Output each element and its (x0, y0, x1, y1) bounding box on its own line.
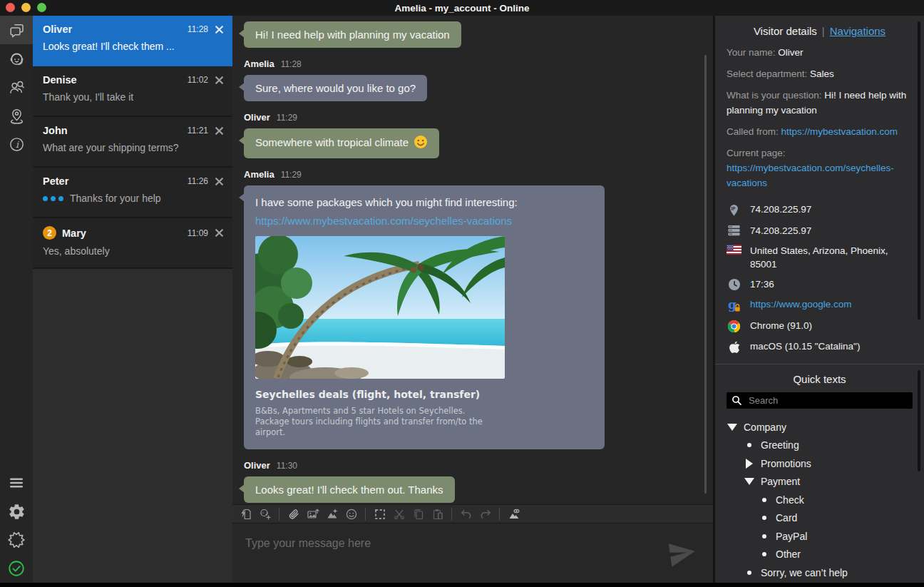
chat-list: Oliver 11:28 Looks great! I'll check the… (33, 16, 232, 583)
tree-item-check[interactable]: Check (727, 491, 913, 509)
field-label: Current page: (727, 148, 786, 158)
message-input[interactable] (244, 536, 657, 577)
message-bubble: Looks great! I'll check them out. Thanks (244, 476, 455, 503)
quick-texts-scrollbar[interactable] (918, 370, 920, 471)
details-tabs: Visitor details|Navigations (727, 25, 913, 37)
chat-list-item-oliver[interactable]: Oliver 11:28 Looks great! I'll check the… (33, 16, 232, 66)
close-chat-icon[interactable] (215, 126, 224, 136)
triangle-down-icon (744, 478, 754, 485)
minimize-window-button[interactable] (21, 3, 31, 12)
rail-agent-icon[interactable] (0, 44, 33, 73)
navigation-rail: i (0, 16, 33, 583)
field-value-link[interactable]: https://mybestvacation.com (781, 126, 898, 137)
quick-texts-search[interactable] (727, 392, 913, 409)
seychelles-beach-photo[interactable] (255, 236, 505, 379)
field-called-from: Called from: https://mybestvacation.com (727, 124, 913, 139)
visitor-details-panel: Visitor details|Navigations Your name: O… (715, 16, 924, 583)
meta-value: Chrome (91.0) (750, 319, 812, 332)
field-your-name: Your name: Oliver (727, 45, 913, 60)
cut-icon[interactable] (389, 506, 409, 523)
tree-item-paypal[interactable]: PayPal (727, 527, 913, 546)
chat-list-item-peter[interactable]: Peter 11:26 Thanks for your help (33, 168, 232, 218)
chat-time: 11:09 (188, 228, 208, 238)
close-chat-icon[interactable] (215, 228, 224, 238)
attachment-icon[interactable] (284, 506, 303, 523)
quick-texts-tree: Company Greeting Promotions Payment Chec… (727, 418, 913, 587)
close-chat-icon[interactable] (215, 25, 224, 34)
toolbar-separator (499, 508, 500, 521)
rail-location-icon[interactable] (0, 101, 33, 130)
rail-info-icon[interactable]: i (0, 130, 33, 158)
search-input[interactable] (747, 394, 908, 407)
rail-online-status-icon[interactable] (0, 554, 33, 583)
invite-agent-icon[interactable] (255, 506, 274, 523)
meta-value-link[interactable]: https://www.google.com (750, 297, 852, 311)
field-label: Select department: (727, 68, 807, 79)
vacation-link[interactable]: https://www.mybestvacation.com/seychelle… (255, 214, 593, 228)
tree-item-greeting[interactable]: Greeting (727, 437, 913, 455)
rail-visitors-icon[interactable] (0, 73, 33, 101)
close-chat-icon[interactable] (215, 76, 224, 85)
paste-icon[interactable] (428, 506, 447, 523)
chat-name: Denise (43, 74, 77, 86)
chat-list-item-denise[interactable]: Denise 11:02 Thank you, I'll take it (33, 66, 232, 117)
chat-list-item-john[interactable]: John 11:21 What are your shipping terms? (33, 117, 232, 168)
meta-value: 17:36 (750, 277, 774, 291)
message-text: Hi! I need help with planning my vacatio… (255, 29, 450, 41)
svg-text:IP: IP (731, 206, 736, 211)
bullet-icon (759, 516, 769, 520)
rail-alerts-icon[interactable] (0, 526, 33, 554)
chat-time: 11:02 (188, 75, 208, 85)
link-card-title: Seychelles deals (flight, hotel, transfe… (255, 388, 593, 402)
tree-item-payment[interactable]: Payment (727, 473, 913, 491)
screenshot-icon[interactable] (322, 506, 342, 523)
zoom-window-button[interactable] (37, 3, 46, 12)
rail-menu-icon[interactable] (0, 469, 33, 497)
message-meta: Amelia 11:28 (244, 58, 713, 69)
rail-settings-icon[interactable] (0, 497, 33, 526)
titlebar: Amelia - my_account - Online (0, 0, 924, 16)
select-icon[interactable] (370, 506, 389, 523)
tab-navigations[interactable]: Navigations (830, 25, 885, 37)
tree-item-company[interactable]: Company (727, 418, 913, 437)
field-label: Your name: (727, 47, 776, 58)
details-scrollbar[interactable] (918, 21, 920, 320)
close-window-button[interactable] (6, 3, 15, 12)
toolbar-separator (279, 508, 279, 521)
quick-text-icon[interactable] (236, 506, 255, 523)
emoji-icon[interactable] (342, 506, 361, 523)
field-value-link[interactable]: https://mybestvacation.com/seychelles-va… (727, 163, 894, 188)
bullet-icon (759, 552, 769, 556)
chat-name: John (43, 125, 68, 136)
info-icon: i (8, 136, 26, 153)
tree-item-card[interactable]: Card (727, 509, 913, 528)
message-text: Looks great! I'll check them out. Thanks (255, 484, 443, 496)
meta-value: macOS (10.15 "Catalina") (750, 340, 860, 353)
visitor-fields: Your name: Oliver Select department: Sal… (727, 45, 913, 190)
rail-chats-icon[interactable] (0, 16, 33, 44)
tree-item-sorry-we-cant-help[interactable]: Sorry, we can’t help (727, 563, 913, 582)
agent-headset-icon (8, 50, 26, 68)
apple-icon (727, 340, 741, 354)
undo-icon[interactable] (456, 506, 476, 523)
tree-item-other[interactable]: Other (727, 546, 913, 564)
tab-separator: | (822, 25, 825, 37)
burst-icon (7, 531, 26, 549)
redo-icon[interactable] (476, 506, 495, 523)
upload-image-icon[interactable] (303, 506, 322, 523)
preview-image-icon[interactable] (504, 506, 523, 523)
chat-name: Peter (43, 175, 68, 187)
message-text: I have some packages which you might fin… (255, 195, 593, 209)
message-history[interactable]: Hi! I need help with planning my vacatio… (232, 16, 713, 504)
send-message-button[interactable] (667, 541, 697, 567)
messages-scrollbar[interactable] (704, 55, 707, 494)
window-bottom-edge (0, 583, 924, 587)
composer-toolbar (232, 504, 713, 524)
close-chat-icon[interactable] (215, 177, 224, 186)
message-text: Somewhere with tropical climate (255, 136, 409, 148)
tree-item-promotions[interactable]: Promotions (727, 454, 913, 473)
chat-list-item-mary[interactable]: 2 Mary 11:09 Yes, absolutely (33, 218, 232, 269)
field-label: Called from: (727, 126, 779, 137)
copy-icon[interactable] (409, 506, 428, 523)
message-meta: Amelia 11:29 (244, 169, 713, 180)
